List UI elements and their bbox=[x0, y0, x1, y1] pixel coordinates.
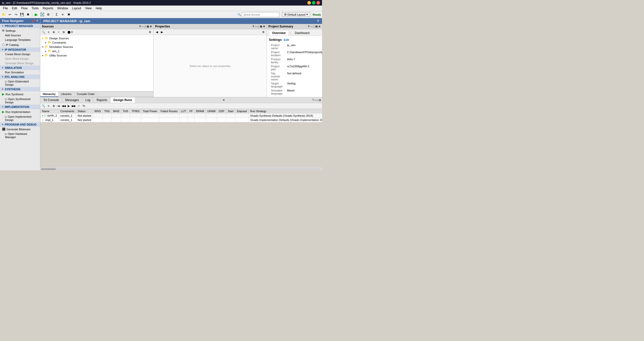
menu-view[interactable]: View bbox=[83, 6, 94, 11]
btab-messages[interactable]: Messages bbox=[62, 97, 82, 103]
sources-close-icon[interactable]: ✕ bbox=[150, 25, 152, 28]
btab-log[interactable]: Log bbox=[82, 97, 94, 103]
layout-button[interactable]: ⊞ Default Layout ▾ bbox=[282, 12, 310, 17]
tb-btn4[interactable]: ✖ bbox=[25, 12, 31, 17]
dr-synth1-name[interactable]: ▾ ▷ synth_1 bbox=[41, 113, 59, 118]
nav-section-title-rtl-analysis[interactable]: ▼ RTL ANALYSIS bbox=[0, 75, 40, 79]
bottom-scrollbar[interactable] bbox=[40, 167, 322, 170]
flow-nav-help-icon[interactable]: ? bbox=[36, 19, 38, 23]
tb-btn6[interactable]: ✖ bbox=[66, 12, 71, 17]
nav-item-create-block-design[interactable]: Create Block Design bbox=[0, 52, 40, 56]
nav-item-run-synthesis[interactable]: ▶ Run Synthesis bbox=[0, 91, 40, 97]
project-part-value[interactable]: xc7a100tfgg484-2 bbox=[285, 64, 322, 71]
sources-add-btn[interactable]: + bbox=[56, 30, 61, 34]
undo-button[interactable]: ↩ bbox=[7, 12, 13, 17]
props-minimize-icon[interactable]: ─ bbox=[255, 25, 257, 28]
pm-help-icon[interactable]: ? bbox=[317, 19, 319, 23]
menu-reports[interactable]: Reports bbox=[41, 6, 55, 11]
bottom-panel-close-btn[interactable]: ✕ bbox=[221, 98, 227, 103]
btab-design-runs[interactable]: Design Runs bbox=[111, 97, 135, 103]
tab-hierarchy[interactable]: Hierarchy bbox=[40, 92, 58, 97]
props-restore-icon[interactable]: □ bbox=[258, 25, 259, 28]
menu-window[interactable]: Window bbox=[55, 6, 70, 11]
nav-item-add-sources[interactable]: Add Sources bbox=[0, 33, 40, 38]
summary-minimize-icon[interactable]: ─ bbox=[310, 25, 312, 28]
scrollbar-track[interactable] bbox=[41, 168, 321, 170]
dr-next-btn[interactable]: ▶▶ bbox=[71, 104, 76, 108]
dr-synth1-expand-icon[interactable]: ▾ bbox=[42, 114, 43, 117]
simulator-language-value[interactable]: Mixed bbox=[285, 88, 322, 96]
quick-access-input[interactable] bbox=[242, 12, 279, 17]
dr-percent-btn[interactable]: % bbox=[82, 104, 86, 108]
nav-item-settings[interactable]: ⚙ Settings bbox=[0, 28, 40, 33]
dr-add-btn[interactable]: + bbox=[77, 104, 81, 108]
nav-item-run-simulation[interactable]: Run Simulation bbox=[0, 70, 40, 75]
dr-run-btn[interactable]: ▶ bbox=[66, 104, 71, 108]
nav-section-title-project-manager[interactable]: ▼ PROJECT MANAGER bbox=[0, 24, 40, 28]
tb-sigma[interactable]: Σ bbox=[54, 12, 59, 17]
menu-edit[interactable]: Edit bbox=[10, 6, 19, 11]
target-language-value[interactable]: Verilog bbox=[285, 81, 322, 88]
bottom-panel-help-icon[interactable]: ? bbox=[312, 99, 314, 102]
nav-item-language-templates[interactable]: Language Templates bbox=[0, 38, 40, 42]
dr-impl1-name[interactable]: ▷ impl_1 bbox=[41, 118, 59, 122]
flow-nav-pin-icon[interactable]: 📌 bbox=[32, 19, 35, 23]
tree-item-sim1[interactable]: ▸ 📁 sim_1 bbox=[41, 49, 152, 53]
menu-layout[interactable]: Layout bbox=[70, 6, 83, 11]
props-back-btn[interactable]: ◀ bbox=[155, 30, 159, 34]
run-button[interactable]: ▶ bbox=[33, 12, 39, 17]
props-settings-btn[interactable]: ⚙ bbox=[261, 30, 266, 34]
tree-item-simulation-sources[interactable]: ▾ 📁 Simulation Sources bbox=[41, 45, 152, 49]
tree-item-design-sources[interactable]: ▸ 📁 Design Sources bbox=[41, 36, 152, 40]
close-button[interactable] bbox=[316, 1, 320, 5]
nav-item-open-elaborated-design[interactable]: ▷ Open Elaborated Design bbox=[0, 79, 40, 87]
nav-item-generate-bitstream[interactable]: ⬛ Generate Bitstream bbox=[0, 127, 40, 132]
sources-filter-btn[interactable]: ≡ bbox=[46, 30, 51, 34]
save-btn[interactable]: 💽 bbox=[40, 12, 45, 17]
sources-restore-icon[interactable]: □ bbox=[144, 25, 146, 28]
menu-file[interactable]: File bbox=[1, 6, 10, 11]
settings-btn[interactable]: ⚙ bbox=[46, 12, 51, 17]
nav-item-open-synthesized-design[interactable]: ▷ Open Synthesized Design bbox=[0, 97, 40, 105]
dr-impl1-expand-icon[interactable]: ▷ bbox=[42, 119, 44, 121]
dr-first-btn[interactable]: ⏮ bbox=[56, 104, 61, 108]
dr-prev-btn[interactable]: ◀◀ bbox=[61, 104, 66, 108]
bottom-panel-maximize-icon[interactable]: ⧉ bbox=[319, 99, 321, 102]
settings-edit-link[interactable]: Edit bbox=[284, 38, 289, 41]
dr-row-impl1[interactable]: ▷ impl_1 constrs_1 Not started bbox=[41, 118, 322, 122]
nav-item-open-implemented-design[interactable]: ▷ Open Implemented Design bbox=[0, 114, 40, 122]
nav-item-open-block-design[interactable]: Open Block Design bbox=[0, 56, 40, 61]
maximize-button[interactable] bbox=[312, 1, 315, 5]
sources-copy-btn[interactable]: ⧉ bbox=[61, 30, 66, 34]
nav-section-title-synthesis[interactable]: ▼ SYNTHESIS bbox=[0, 87, 40, 91]
nav-item-run-implementation[interactable]: ▶ Run Implementation bbox=[0, 109, 40, 114]
bottom-panel-restore-icon[interactable]: □ bbox=[317, 99, 318, 102]
nav-section-title-ip-integrator[interactable]: ▼ IP INTEGRATOR bbox=[0, 47, 40, 52]
props-help-icon[interactable]: ? bbox=[253, 25, 254, 28]
sources-expand-btn[interactable]: ⊕ bbox=[51, 30, 56, 34]
summary-maximize-icon[interactable]: ⧉ bbox=[315, 25, 317, 28]
redo-button[interactable]: ↪ bbox=[13, 12, 19, 17]
props-maximize-icon[interactable]: ⧉ bbox=[260, 25, 262, 28]
nav-section-title-program-debug[interactable]: ▼ PROGRAM AND DEBUG bbox=[0, 122, 40, 127]
sources-minimize-icon[interactable]: ─ bbox=[142, 25, 144, 28]
tree-item-utility-sources[interactable]: ▸ 📁 Utility Sources bbox=[41, 53, 152, 57]
sources-search-btn[interactable]: 🔍 bbox=[41, 30, 46, 34]
sources-help-icon[interactable]: ? bbox=[139, 25, 141, 28]
open-project-button[interactable]: 📁 bbox=[1, 12, 7, 17]
minimize-button[interactable] bbox=[307, 1, 311, 5]
dr-expand-btn[interactable]: ⊕ bbox=[51, 104, 56, 108]
tb-btn5[interactable]: ≡ bbox=[60, 12, 65, 17]
props-close-icon[interactable]: ✕ bbox=[263, 25, 265, 28]
summary-tab-dashboard[interactable]: Dashboard bbox=[292, 30, 313, 36]
btab-tcl-console[interactable]: Tcl Console bbox=[40, 97, 62, 103]
nav-item-generate-block-design[interactable]: Generate Block Design bbox=[0, 61, 40, 66]
tab-compile-order[interactable]: Compile Order bbox=[74, 92, 98, 97]
tree-item-constraints[interactable]: ▸ 📁 Constraints bbox=[41, 40, 152, 45]
tab-libraries[interactable]: Libraries bbox=[58, 92, 74, 97]
nav-item-ip-catalog[interactable]: ⬡ IP Catalog bbox=[0, 42, 40, 47]
summary-tab-overview[interactable]: Overview bbox=[269, 30, 289, 36]
tb-btn3[interactable]: 💾 bbox=[19, 12, 25, 17]
summary-restore-icon[interactable]: □ bbox=[313, 25, 315, 28]
dr-search-btn[interactable]: 🔍 bbox=[41, 104, 46, 108]
